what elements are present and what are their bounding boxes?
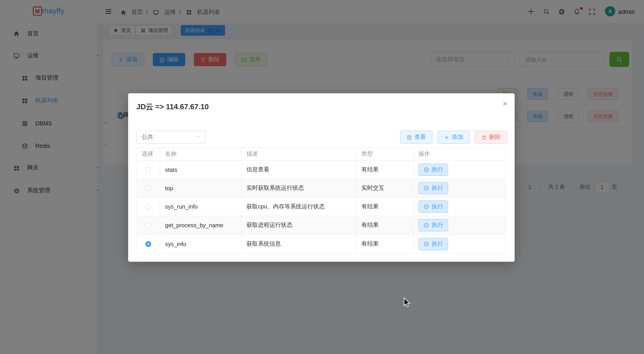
dialog-title: JD云 => 114.67.67.10: [136, 102, 209, 112]
execute-label: 执行: [432, 166, 443, 173]
app-window: M mayfly 首页 / 运维 / 机器列表: [0, 0, 644, 354]
play-icon: [423, 241, 429, 247]
script-type: 有结果: [356, 161, 414, 179]
delete-script-label: 删除: [489, 134, 500, 141]
script-name: sys_run_info: [160, 198, 242, 216]
script-row: stats 信息查看 有结果 执行: [137, 161, 506, 179]
play-icon: [423, 204, 429, 210]
script-type: 有结果: [356, 216, 414, 234]
script-desc: 获取进程运行状态: [242, 216, 356, 234]
view-script-button[interactable]: 查看: [400, 131, 432, 144]
script-row: sys_run_info 获取cpu、内存等系统运行状态 有结果 执行: [137, 198, 506, 216]
delete-script-button[interactable]: 删除: [475, 131, 507, 144]
dialog-toolbar: 查看 添加 删除: [400, 131, 507, 144]
col-header: 名称: [160, 148, 242, 161]
chevron-down-icon: [196, 134, 201, 140]
add-script-label: 添加: [452, 134, 463, 141]
col-header: 描述: [242, 148, 356, 161]
execute-button[interactable]: 执行: [418, 238, 448, 250]
script-row: top 实时获取系统运行状态 实时交互 执行: [137, 179, 506, 198]
script-desc: 获取cpu、内存等系统运行状态: [242, 198, 356, 216]
execute-button[interactable]: 执行: [418, 182, 448, 194]
plus-icon: [444, 135, 449, 140]
col-header: 操作: [414, 148, 506, 161]
close-icon[interactable]: ×: [503, 100, 507, 108]
script-name: get_process_by_name: [160, 216, 242, 234]
execute-label: 执行: [432, 221, 443, 229]
document-icon: [406, 135, 412, 140]
execute-label: 执行: [432, 203, 443, 210]
script-type: 实时交互: [356, 179, 414, 198]
script-row-selected: sys_info 获取系统信息 有结果 执行: [137, 235, 506, 253]
execute-label: 执行: [432, 240, 443, 248]
trash-icon: [482, 135, 487, 140]
script-radio-selected[interactable]: [145, 241, 151, 247]
script-dialog: JD云 => 114.67.67.10 × 公共 查看 添加 删除 选择: [128, 93, 514, 262]
script-type: 有结果: [356, 198, 414, 216]
col-header: 类型: [356, 148, 414, 161]
play-icon: [423, 185, 429, 191]
play-icon: [423, 222, 429, 228]
script-category-select[interactable]: 公共: [136, 131, 206, 144]
script-table-header: 选择 名称 描述 类型 操作: [137, 148, 506, 161]
execute-button[interactable]: 执行: [418, 201, 448, 213]
script-name: top: [160, 179, 242, 198]
view-script-label: 查看: [414, 134, 426, 141]
script-radio[interactable]: [145, 167, 151, 173]
execute-label: 执行: [432, 184, 443, 192]
script-radio[interactable]: [145, 204, 151, 210]
execute-button[interactable]: 执行: [418, 164, 448, 176]
script-type: 有结果: [356, 235, 414, 253]
add-script-button[interactable]: 添加: [438, 131, 470, 144]
play-icon: [423, 167, 429, 173]
script-row: get_process_by_name 获取进程运行状态 有结果 执行: [137, 216, 506, 234]
script-desc: 获取系统信息: [242, 235, 356, 253]
script-radio[interactable]: [145, 185, 151, 191]
mouse-cursor: [404, 297, 412, 308]
script-name: sys_info: [160, 235, 242, 253]
script-radio[interactable]: [145, 222, 151, 228]
script-desc: 信息查看: [242, 161, 356, 179]
script-desc: 实时获取系统运行状态: [242, 179, 356, 198]
script-category-value: 公共: [142, 134, 153, 141]
execute-button[interactable]: 执行: [418, 219, 448, 231]
col-header: 选择: [137, 148, 160, 161]
script-table: 选择 名称 描述 类型 操作 stats 信息查看 有结果 执行 top 实时获…: [136, 148, 506, 254]
script-name: stats: [160, 161, 242, 179]
